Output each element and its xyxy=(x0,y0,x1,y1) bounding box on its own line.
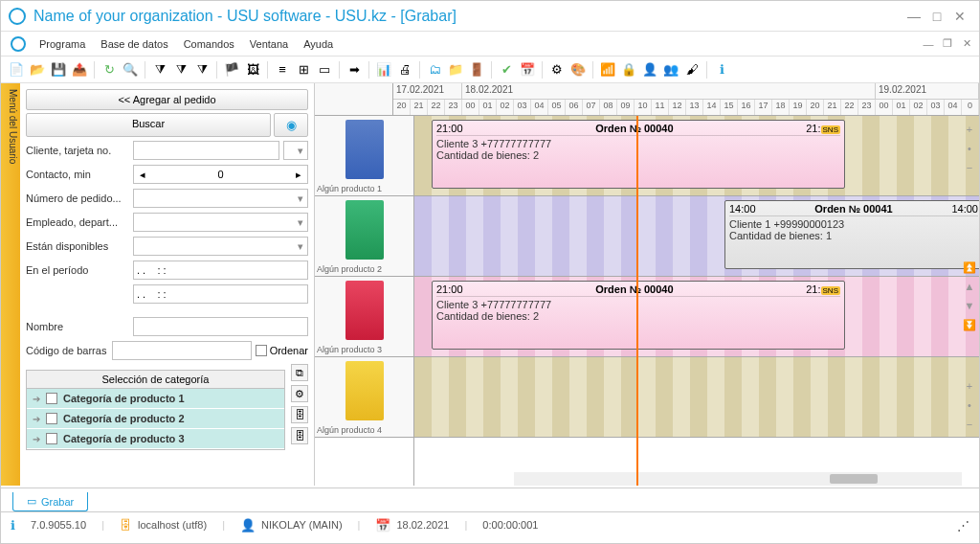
nav-up2-icon[interactable]: ▲ xyxy=(962,279,977,294)
category-header: Selección de categoría xyxy=(27,371,284,389)
nav-down2-icon[interactable]: ⏬ xyxy=(962,317,977,332)
brush-icon[interactable]: 🖌 xyxy=(682,60,702,79)
export-icon[interactable]: 📤 xyxy=(70,60,89,79)
timeline-row-4[interactable] xyxy=(414,357,979,438)
minimize-button[interactable]: — xyxy=(902,5,925,28)
mdi-close-icon[interactable]: ✕ xyxy=(958,35,975,53)
forward-icon[interactable]: ➡ xyxy=(345,60,364,79)
input-nombre[interactable] xyxy=(133,317,308,336)
select-cliente-extra[interactable]: ▾ xyxy=(283,141,308,160)
info-status-icon[interactable]: ℹ xyxy=(11,518,15,533)
menu-ayuda[interactable]: Ayuda xyxy=(296,36,341,52)
close-button[interactable]: ✕ xyxy=(948,5,971,28)
order-block-00041[interactable]: 14:00Orden № 0004114:00 Cliente 1 +99990… xyxy=(724,200,979,269)
checkbox-cat2[interactable] xyxy=(46,413,57,424)
search-icon[interactable]: 🔍 xyxy=(121,60,140,79)
print-icon[interactable]: 🖨 xyxy=(395,60,414,79)
product-cell-1[interactable]: Algún producto 1 xyxy=(315,116,413,196)
maximize-button[interactable]: □ xyxy=(925,5,948,28)
timeline-row-3[interactable]: 21:00Orden № 0004021:SNS Cliente 3 +7777… xyxy=(414,277,979,357)
check-icon[interactable]: ✔ xyxy=(497,60,516,79)
menu-bar: Programa Base de datos Comandos Ventana … xyxy=(1,32,979,57)
horizontal-scrollbar[interactable] xyxy=(514,472,962,486)
category-row-1[interactable]: ➔Categoría de producto 1 xyxy=(27,389,284,409)
rss-icon[interactable]: 📶 xyxy=(598,60,617,79)
zoom-out-icon[interactable]: − xyxy=(962,160,977,175)
new-icon[interactable]: 📄 xyxy=(7,60,26,79)
scrollbar-thumb[interactable] xyxy=(830,474,878,484)
mdi-restore-icon[interactable]: ❐ xyxy=(939,35,956,53)
settings-icon[interactable]: ⚙ xyxy=(291,385,308,402)
lock-icon[interactable]: 🔒 xyxy=(619,60,638,79)
tab-grabar[interactable]: ▭Grabar xyxy=(12,492,88,511)
menu-ventana[interactable]: Ventana xyxy=(242,36,296,52)
product-cell-2[interactable]: Algún producto 2 xyxy=(315,196,413,277)
exit-icon[interactable]: 🚪 xyxy=(467,60,486,79)
open-icon[interactable]: 📂 xyxy=(28,60,47,79)
checkbox-cat1[interactable] xyxy=(46,393,57,404)
select-empleado[interactable]: ▾ xyxy=(133,213,308,232)
dot-icon[interactable]: • xyxy=(962,397,977,413)
input-barras[interactable] xyxy=(112,341,252,360)
calendar-tb-icon[interactable]: 📅 xyxy=(518,60,537,79)
filter2-icon[interactable]: ⧩ xyxy=(171,60,190,79)
expand-icon[interactable]: ➔ xyxy=(33,394,40,404)
db1-icon[interactable]: 🗄 xyxy=(291,406,308,423)
list-icon[interactable]: ≡ xyxy=(273,60,292,79)
filter3-icon[interactable]: ⧩ xyxy=(192,60,212,79)
menu-programa[interactable]: Programa xyxy=(32,36,93,52)
gear-icon[interactable]: ⚙ xyxy=(547,60,567,79)
menu-comandos[interactable]: Comandos xyxy=(176,36,242,52)
detail-icon[interactable]: ▭ xyxy=(315,60,334,79)
db2-icon[interactable]: 🗄 xyxy=(291,427,308,444)
spinner-contacto[interactable]: ◂0▸ xyxy=(133,165,308,184)
timeline-column[interactable]: 21:00Orden № 0004021:SNS Cliente 3 +7777… xyxy=(414,116,979,486)
category-row-2[interactable]: ➔Categoría de producto 2 xyxy=(27,409,284,429)
timeline-row-2[interactable]: 14:00Orden № 0004114:00 Cliente 1 +99990… xyxy=(414,196,979,277)
order-block-00040b[interactable]: 21:00Orden № 0004021:SNS Cliente 3 +7777… xyxy=(432,281,845,350)
info-icon[interactable]: ℹ xyxy=(712,60,731,79)
locate-button[interactable]: ◉ xyxy=(274,113,308,137)
excel-icon[interactable]: 📊 xyxy=(374,60,393,79)
zoom-fit-icon[interactable]: • xyxy=(962,141,977,156)
plus-icon[interactable]: + xyxy=(962,378,977,394)
menu-base-datos[interactable]: Base de datos xyxy=(93,36,175,52)
folder-icon[interactable]: 📁 xyxy=(446,60,465,79)
tree-icon[interactable]: ⊞ xyxy=(294,60,313,79)
users-icon[interactable]: 👥 xyxy=(661,60,680,79)
tab-icon: ▭ xyxy=(27,495,36,508)
copy-icon[interactable]: ⧉ xyxy=(291,364,308,381)
expand-icon[interactable]: ➔ xyxy=(33,414,40,424)
user-icon[interactable]: 👤 xyxy=(640,60,659,79)
card-icon[interactable]: 🗂 xyxy=(425,60,444,79)
input-periodo-from[interactable] xyxy=(133,261,308,280)
nav-up-icon[interactable]: ⏫ xyxy=(962,260,977,275)
refresh-icon[interactable]: ↻ xyxy=(100,60,119,79)
search-button[interactable]: Buscar xyxy=(26,113,271,137)
add-to-order-button[interactable]: << Agregar al pedido xyxy=(26,89,308,110)
expand-icon[interactable]: ➔ xyxy=(33,434,40,444)
user-menu-sidebar-tab[interactable]: Menú del Usuario xyxy=(1,83,20,486)
checkbox-cat3[interactable] xyxy=(46,433,57,444)
flag-icon[interactable]: 🏴 xyxy=(222,60,241,79)
zoom-in-icon[interactable]: + xyxy=(962,122,977,137)
checkbox-ordenar[interactable] xyxy=(256,345,267,356)
image-icon[interactable]: 🖼 xyxy=(243,60,262,79)
filter-icon[interactable]: ⧩ xyxy=(150,60,169,79)
resize-grip-icon[interactable]: ⋰ xyxy=(957,518,969,533)
minus-icon[interactable]: − xyxy=(962,417,977,432)
input-periodo-to[interactable] xyxy=(133,284,308,304)
color-icon[interactable]: 🎨 xyxy=(568,60,588,79)
product-cell-4[interactable]: Algún producto 4 xyxy=(315,357,413,438)
timeline-row-1[interactable]: 21:00Orden № 0004021:SNS Cliente 3 +7777… xyxy=(414,116,979,196)
menu-logo-icon[interactable] xyxy=(11,36,26,52)
order-block-00040[interactable]: 21:00Orden № 0004021:SNS Cliente 3 +7777… xyxy=(432,120,845,189)
select-disponibles[interactable]: ▾ xyxy=(133,237,308,256)
select-pedido[interactable]: ▾ xyxy=(133,189,308,208)
nav-down-icon[interactable]: ▼ xyxy=(962,298,977,313)
save-icon[interactable]: 💾 xyxy=(49,60,68,79)
category-row-3[interactable]: ➔Categoría de producto 3 xyxy=(27,429,284,449)
mdi-minimize-icon[interactable]: — xyxy=(920,35,937,53)
input-cliente[interactable] xyxy=(133,141,279,160)
product-cell-3[interactable]: Algún producto 3 xyxy=(315,277,413,357)
